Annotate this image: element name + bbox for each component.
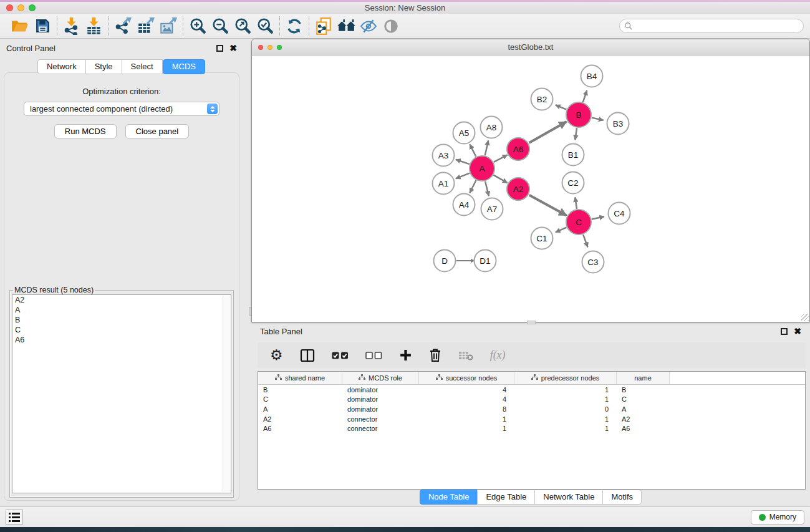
import-network-icon[interactable] (60, 16, 83, 37)
add-column-icon[interactable] (399, 346, 412, 365)
mcds-result-item[interactable]: A6 (12, 335, 231, 345)
column-layout-icon[interactable] (300, 346, 315, 365)
gear-icon[interactable]: ⚙ (270, 346, 283, 365)
memory-button[interactable]: Memory (751, 510, 804, 525)
table-cell[interactable]: 8 (419, 405, 514, 413)
mcds-result-item[interactable]: A2 (12, 295, 231, 305)
graph-edge-A-A5[interactable] (470, 144, 476, 157)
criterion-dropdown[interactable]: largest connected component (directed) (24, 102, 219, 116)
table-row[interactable]: A2connector11A2 (258, 414, 805, 424)
table-cell[interactable]: A2 (617, 415, 670, 423)
close-panel-icon[interactable]: ✖ (229, 44, 237, 52)
select-all-icon[interactable] (332, 346, 349, 365)
column-header-successor-nodes[interactable]: successor nodes (419, 372, 514, 384)
export-table-icon[interactable] (135, 16, 157, 37)
table-cell[interactable]: dominator (342, 395, 419, 403)
table-cell[interactable]: B (258, 386, 342, 394)
tab-motifs[interactable]: Motifs (602, 490, 642, 505)
graph-edge-A-A7[interactable] (485, 181, 489, 196)
network-window-titlebar[interactable]: testGlobe.txt (252, 39, 809, 56)
export-network-icon[interactable] (112, 16, 135, 37)
table-cell[interactable]: A6 (617, 425, 670, 432)
open-session-icon[interactable] (9, 16, 31, 37)
export-image-icon[interactable] (157, 16, 180, 37)
search-box[interactable] (619, 19, 804, 33)
network-canvas[interactable]: AA1A2A3A4A5A6A7A8BB1B2B3B4CC1C2C3C4DD1 (252, 56, 809, 322)
table-row[interactable]: A6connector11A6 (258, 423, 805, 433)
delete-column-icon[interactable] (429, 346, 441, 365)
graph-edge-C-C1[interactable] (556, 228, 567, 233)
home-icon[interactable] (335, 16, 357, 37)
table-cell[interactable]: 0 (514, 405, 617, 413)
graph-edge-B-B1[interactable] (575, 128, 577, 140)
table-cell[interactable]: dominator (342, 386, 419, 394)
tab-mcds[interactable]: MCDS (163, 59, 205, 74)
float-panel-icon[interactable] (216, 45, 223, 52)
column-header-MCDS-role[interactable]: MCDS role (342, 372, 419, 384)
tab-node-table[interactable]: Node Table (420, 490, 478, 505)
mcds-result-item[interactable]: B (12, 315, 231, 325)
graph-edge-B-B3[interactable] (592, 118, 604, 120)
graph-edge-A-A4[interactable] (470, 180, 476, 193)
table-cell[interactable]: 1 (514, 425, 617, 432)
graph-edge-A-A6[interactable] (494, 155, 508, 162)
search-input[interactable] (633, 21, 803, 32)
column-header-predecessor-nodes[interactable]: predecessor nodes (514, 372, 617, 384)
import-table-icon[interactable] (83, 16, 105, 37)
list-scrollbar[interactable] (223, 296, 230, 492)
save-session-icon[interactable] (31, 16, 54, 37)
table-cell[interactable]: A2 (258, 415, 342, 423)
mcds-result-item[interactable]: C (12, 325, 231, 335)
graph-edge-C-C3[interactable] (583, 235, 587, 247)
graph-edge-C-C4[interactable] (592, 216, 604, 219)
node-table[interactable]: shared nameMCDS rolesuccessor nodesprede… (258, 371, 806, 490)
graph-edge-C-C2[interactable] (575, 197, 577, 209)
graph-edge-B-B2[interactable] (556, 105, 567, 109)
table-cell[interactable]: 1 (419, 415, 514, 423)
table-cell[interactable]: 1 (514, 415, 617, 423)
zoom-in-icon[interactable] (186, 16, 209, 37)
table-row[interactable]: Bdominator41B (258, 385, 805, 395)
close-table-panel-icon[interactable]: ✖ (794, 327, 801, 336)
graph-edge-A-A1[interactable] (456, 173, 470, 179)
horizontal-splitter-grip[interactable] (527, 321, 536, 324)
task-history-icon[interactable] (6, 510, 23, 525)
mcds-result-list[interactable]: A2ABCA6 (12, 294, 231, 493)
zoom-selected-icon[interactable] (254, 16, 276, 37)
run-mcds-button[interactable]: Run MCDS (54, 124, 117, 138)
table-cell[interactable]: 1 (514, 386, 617, 394)
close-panel-button[interactable]: Close panel (125, 124, 190, 138)
table-cell[interactable]: dominator (342, 405, 419, 413)
table-cell[interactable]: A (617, 405, 670, 413)
graph-edge-A6-B[interactable] (529, 122, 567, 143)
zoom-out-icon[interactable] (209, 16, 231, 37)
table-cell[interactable]: 4 (419, 395, 514, 403)
column-header-name[interactable]: name (617, 372, 670, 384)
tab-edge-table[interactable]: Edge Table (477, 490, 535, 505)
table-cell[interactable]: connector (342, 415, 419, 423)
column-header-shared-name[interactable]: shared name (258, 372, 342, 384)
graph-edge-A-A8[interactable] (485, 140, 488, 155)
table-cell[interactable]: A (258, 405, 342, 413)
table-cell[interactable]: B (617, 386, 670, 394)
hide-details-icon[interactable] (357, 16, 380, 37)
zoom-fit-icon[interactable] (231, 16, 254, 37)
table-cell[interactable]: A6 (258, 425, 342, 432)
tab-style[interactable]: Style (85, 59, 122, 74)
table-cell[interactable]: C (617, 395, 670, 403)
refresh-icon[interactable] (283, 16, 306, 37)
graph-edge-B-B4[interactable] (583, 90, 587, 102)
float-table-panel-icon[interactable] (781, 328, 788, 335)
graph-edge-A-A3[interactable] (456, 160, 470, 164)
table-cell[interactable]: connector (342, 425, 419, 432)
tab-network-table[interactable]: Network Table (534, 490, 603, 505)
show-details-icon[interactable] (380, 16, 402, 37)
table-cell[interactable]: 4 (419, 386, 514, 394)
table-cell[interactable]: 1 (514, 395, 617, 403)
table-row[interactable]: Cdominator41C (258, 395, 805, 405)
mcds-result-item[interactable]: A (12, 305, 231, 315)
function-builder-icon[interactable]: f(x) (490, 346, 506, 365)
table-row[interactable]: Adominator80A (258, 404, 805, 414)
table-cell[interactable]: 1 (419, 425, 514, 432)
tab-network[interactable]: Network (37, 59, 86, 74)
